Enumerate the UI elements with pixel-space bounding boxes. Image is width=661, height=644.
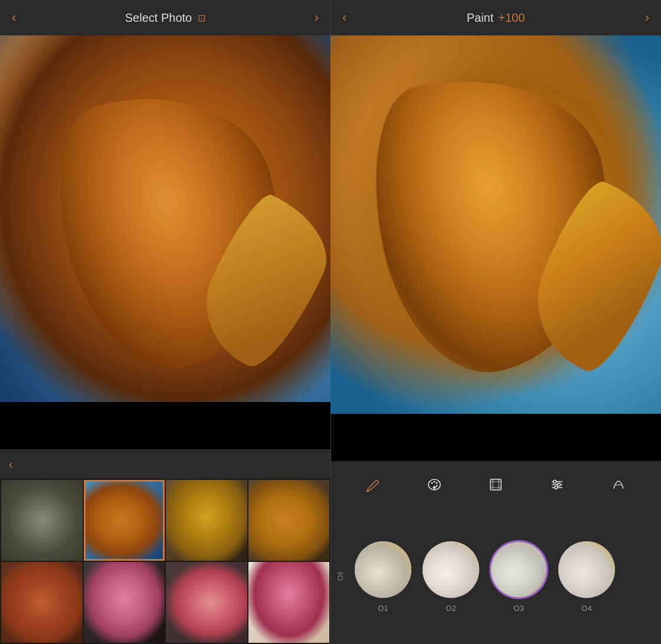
svg-point-15 [558,483,561,486]
left-header: ‹ Select Photo ⊡ › [0,0,330,35]
painted-photo [330,35,661,414]
toolbar [330,461,661,508]
thumb-image-3 [166,480,247,561]
original-photo [0,35,330,402]
thumbnail-1[interactable] [1,480,83,561]
style-thumb-o2[interactable] [421,540,480,599]
right-panel: ‹ Paint +100 › [330,0,661,644]
style-thumb-o3[interactable] [489,540,548,599]
style-item-o4: O4 [557,540,616,613]
style-item-o3: O3 [489,540,548,613]
svg-rect-6 [490,479,501,490]
right-main-photo [330,35,661,414]
thumbnail-2[interactable] [84,480,165,561]
thumbnail-6[interactable] [84,562,165,643]
thumb-image-6 [84,562,165,643]
left-black-bar [0,402,330,449]
thumbnail-7[interactable] [166,562,247,643]
crop-icon[interactable]: ⊡ [198,12,205,24]
thumbnail-5[interactable] [1,562,83,643]
right-forward-button[interactable]: › [645,10,649,25]
sliders-tool-button[interactable] [542,470,572,499]
style-item-o1: O1 [354,540,413,613]
style-label-o1: O1 [378,604,388,613]
right-black-bar [330,414,661,461]
style-thumb-img-o1 [355,541,411,598]
thumb-image-4 [248,480,330,561]
thumb-image-8 [248,562,330,643]
thumbnail-8[interactable] [248,562,330,643]
thumbnail-grid [0,479,330,644]
left-forward-button[interactable]: › [315,10,319,25]
svg-point-3 [436,482,438,484]
style-strip: Oil O1 O2 O3 [330,508,661,644]
style-thumb-o4[interactable] [557,540,616,599]
right-back-button[interactable]: ‹ [342,10,346,25]
strip-header: ‹ [0,449,330,479]
svg-point-16 [555,486,558,489]
right-header: ‹ Paint +100 › [330,0,661,35]
thumb-image-2 [84,480,165,561]
svg-point-1 [431,482,433,484]
right-title-group: Paint +100 [467,11,525,25]
paint-value: +100 [498,11,525,25]
brush-tool-button[interactable] [358,470,388,499]
palette-tool-button[interactable] [420,470,449,499]
style-item-o2: O2 [421,540,480,613]
svg-point-4 [436,485,438,487]
svg-point-5 [433,486,436,489]
thumbnail-4[interactable] [248,480,330,561]
style-thumb-o1[interactable] [354,540,413,599]
left-title-group: Select Photo ⊡ [125,11,205,25]
style-label-o4: O4 [581,604,591,613]
oil-category-label: Oil [336,572,345,581]
paint-title: Paint [467,11,494,25]
strip-back-button[interactable]: ‹ [9,457,13,471]
style-thumb-img-o3 [491,542,547,597]
left-bottom: ‹ [0,449,330,644]
style-thumb-img-o2 [423,541,479,598]
style-thumb-img-o4 [558,541,615,598]
left-panel: ‹ Select Photo ⊡ › ‹ [0,0,330,644]
left-back-button[interactable]: ‹ [12,10,16,25]
canvas-tool-button[interactable] [481,470,511,499]
thumb-image-7 [166,562,247,643]
thumbnail-3[interactable] [166,480,247,561]
style-options: O1 O2 O3 O4 [354,540,616,613]
left-main-photo [0,35,330,402]
text-tool-button[interactable] [604,470,633,499]
style-label-o3: O3 [513,604,523,613]
svg-point-2 [434,481,436,483]
left-header-title: Select Photo [125,11,192,25]
svg-point-14 [554,480,557,483]
style-label-o2: O2 [446,604,456,613]
thumb-image-5 [1,562,83,643]
thumb-image-1 [1,480,83,561]
